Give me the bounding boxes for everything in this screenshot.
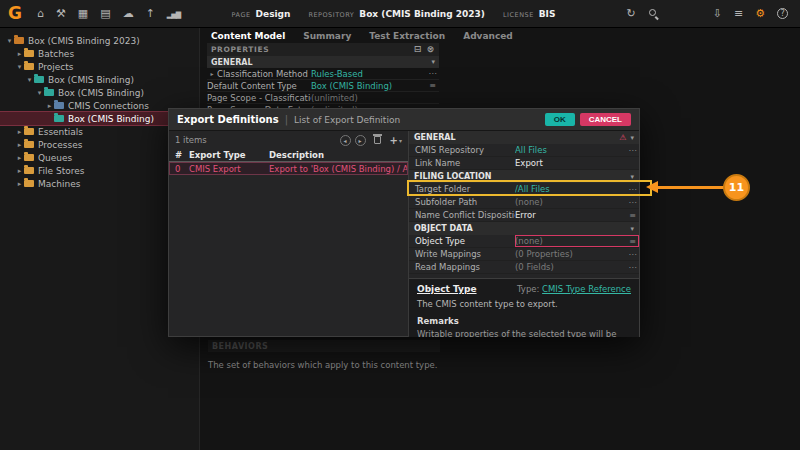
tree-item-projects[interactable]: Projects (0, 60, 199, 73)
tree-item-label: Batches (38, 49, 74, 59)
cards-icon[interactable] (100, 8, 110, 19)
property-value[interactable]: (0 Fields) (515, 262, 626, 272)
expander-icon[interactable] (25, 76, 34, 84)
column-header-export-type: Export Type (189, 150, 269, 160)
save-icon[interactable] (414, 45, 422, 54)
ellipsis-icon[interactable] (426, 69, 439, 78)
expander-icon[interactable] (15, 180, 24, 188)
search-icon[interactable] (648, 8, 659, 19)
property-row-object-type[interactable]: Object Type (none) (409, 235, 639, 248)
refresh-icon[interactable] (626, 8, 635, 19)
property-value[interactable]: (none) (515, 236, 626, 246)
tab-content-model[interactable]: Content Model (211, 31, 285, 41)
tree-item-batches[interactable]: Batches (0, 47, 199, 60)
close-icon[interactable] (427, 45, 435, 54)
tree-item-root[interactable]: Box (CMIS Binding 2023) (0, 34, 199, 47)
tab-test-extraction[interactable]: Test Extraction (369, 31, 445, 41)
dialog-header[interactable]: Export Definitions | List of Export Defi… (169, 109, 639, 131)
delete-icon[interactable] (374, 136, 381, 144)
breadcrumb: PAGE Design REPOSITORY Box (CMIS Binding… (232, 0, 556, 28)
dropdown-icon[interactable] (426, 81, 439, 90)
column-header-number: # (169, 150, 189, 160)
export-definitions-dialog: Export Definitions | List of Export Defi… (168, 108, 640, 337)
menu-icon[interactable] (734, 8, 743, 19)
ellipsis-icon[interactable] (626, 185, 639, 194)
ok-button[interactable]: OK (545, 113, 575, 126)
expander-icon[interactable] (35, 89, 44, 97)
property-row-subfolder-path[interactable]: Subfolder Path (none) (409, 196, 639, 209)
group-header-general[interactable]: GENERAL ▾ (207, 56, 439, 68)
export-row-selected[interactable]: 0 CMIS Export Export to 'Box (CMIS Bindi… (169, 162, 408, 175)
expander-icon[interactable] (15, 167, 24, 175)
help-icon[interactable] (777, 8, 788, 19)
ellipsis-icon[interactable] (626, 146, 639, 155)
property-label: Default Content Type (207, 81, 311, 91)
property-row-default-content-type[interactable]: Default Content Type Box (CMIS Binding) (207, 80, 439, 92)
expander-icon[interactable] (15, 154, 24, 162)
property-value[interactable]: All Files (515, 145, 626, 155)
property-row-name-conflict-disposition[interactable]: Name Conflict Disposition Error (409, 209, 639, 222)
cloud-icon[interactable] (123, 8, 134, 19)
property-value[interactable]: (unlimited) (311, 93, 426, 103)
tree-item-content-model[interactable]: Box (CMIS Binding) (0, 86, 199, 99)
object-type-error-cell[interactable]: (none) (515, 235, 639, 247)
grid-icon[interactable] (78, 8, 88, 19)
upload-icon[interactable] (146, 8, 155, 19)
property-row-page-scope-classification[interactable]: Page Scope - Classification (unlimited) (207, 92, 439, 104)
group-header-object-data[interactable]: OBJECT DATA ▾ (409, 222, 639, 235)
dropdown-icon[interactable] (626, 211, 639, 220)
download-icon[interactable] (713, 8, 722, 19)
property-row-write-mappings[interactable]: Write Mappings (0 Properties) (409, 248, 639, 261)
topbar-right-icons (620, 8, 800, 19)
tab-advanced[interactable]: Advanced (463, 31, 513, 41)
property-value[interactable]: Export (515, 158, 626, 168)
tools-icon[interactable] (56, 8, 66, 19)
add-caret-icon[interactable] (399, 137, 402, 144)
property-row-cmis-repository[interactable]: CMIS Repository All Files (409, 144, 639, 157)
column-header-description: Description (269, 150, 408, 160)
property-value[interactable]: (0 Properties) (515, 249, 626, 259)
dropdown-icon[interactable] (626, 237, 639, 246)
group-header-filing-location[interactable]: FILING LOCATION ▾ (409, 170, 639, 183)
property-label: Page Scope - Classification (207, 93, 311, 103)
move-up-icon[interactable] (340, 135, 351, 146)
help-type-link[interactable]: CMIS Type Reference (542, 284, 631, 294)
expander-icon[interactable] (45, 102, 54, 110)
property-row-classification-method[interactable]: ▸ Classification Method Rules-Based (207, 68, 439, 80)
stats-icon[interactable] (167, 8, 180, 19)
expander-icon[interactable] (15, 128, 24, 136)
property-row-target-folder[interactable]: Target Folder /All Files (409, 183, 639, 196)
expander-icon[interactable] (5, 37, 14, 45)
move-down-icon[interactable] (355, 135, 366, 146)
property-row-link-name[interactable]: Link Name Export (409, 157, 639, 170)
list-toolbar: 1 items (169, 131, 408, 149)
ellipsis-icon[interactable] (626, 250, 639, 259)
property-label: Link Name (409, 158, 515, 168)
property-label: Target Folder (409, 184, 515, 194)
property-value[interactable]: Error (515, 210, 626, 220)
home-icon[interactable] (37, 8, 44, 19)
group-header-general[interactable]: GENERAL ▾ (409, 131, 639, 144)
property-value[interactable]: (none) (515, 197, 626, 207)
tree-item-project[interactable]: Box (CMIS Binding) (0, 73, 199, 86)
cancel-button[interactable]: CANCEL (580, 113, 631, 126)
gear-icon[interactable] (755, 8, 765, 19)
property-row-read-mappings[interactable]: Read Mappings (0 Fields) (409, 261, 639, 274)
ellipsis-icon[interactable] (626, 263, 639, 272)
row-expander-icon[interactable]: ▸ (207, 70, 217, 77)
property-value[interactable]: /All Files (515, 184, 626, 194)
property-label: Read Mappings (409, 262, 515, 272)
list-header-row: # Export Type Description (169, 149, 408, 162)
expander-icon[interactable] (15, 141, 24, 149)
property-value[interactable]: Box (CMIS Binding) (311, 81, 426, 91)
group-label: FILING LOCATION (414, 172, 492, 181)
tab-summary[interactable]: Summary (303, 31, 351, 41)
group-label: GENERAL (414, 133, 456, 142)
ellipsis-icon[interactable] (626, 198, 639, 207)
property-value[interactable]: Rules-Based (311, 69, 426, 79)
expander-icon[interactable] (15, 63, 24, 71)
export-properties-panel: GENERAL ▾ CMIS Repository All Files Link… (409, 131, 639, 337)
help-type-label: Type: (517, 284, 539, 294)
expander-icon[interactable] (15, 50, 24, 58)
add-icon[interactable] (390, 135, 398, 146)
